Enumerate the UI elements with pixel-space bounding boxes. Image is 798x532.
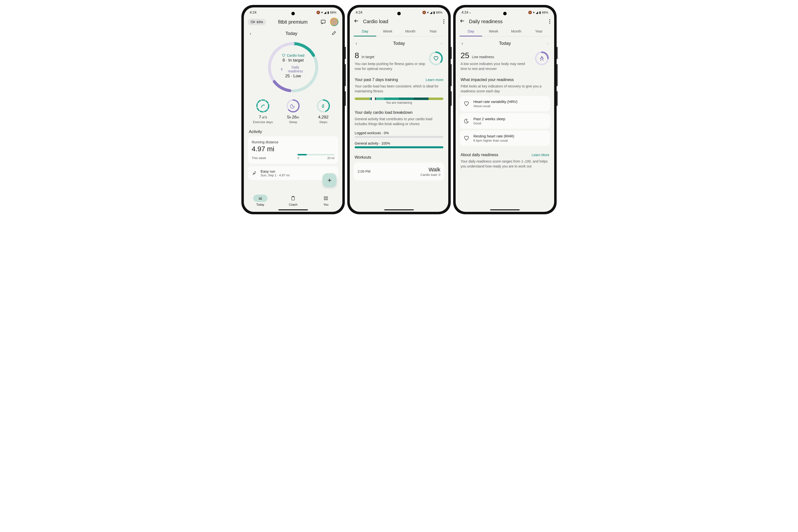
sleep-stat[interactable]: 5h 26m Sleep [278,99,308,124]
gesture-bar[interactable] [490,209,520,210]
tab-year[interactable]: Year [422,26,444,36]
tab-month[interactable]: Month [505,26,528,36]
impact-title: What impacted your readiness [460,78,514,82]
exercise-value: 7 [259,115,261,119]
running-icon [252,170,257,176]
hrv-title: Heart rate variability (HRV) [473,99,517,104]
mute-icon: 🔕 [528,11,532,14]
sleep-m: 26 [292,115,297,119]
signal-icon: ◢ [430,11,432,14]
training-marker-icon [371,97,376,100]
running-value: 4.97 mi [252,145,335,153]
status-bar: 4:24 🔕 ▾ ◢ ▮ 68% [350,7,448,16]
previous-day-button[interactable]: ‹ [461,41,463,46]
arrow-left-icon [354,18,359,24]
breakdown-desc: General activity that contributes to you… [354,116,444,129]
learn-more-link[interactable]: Learn more [425,78,443,82]
steps-stat[interactable]: 4,292 Steps [308,99,338,124]
signal-icon: ◢ [324,11,326,14]
more-button[interactable] [443,19,444,24]
status-battery: 68% [436,11,442,14]
activity-date: Sun, Sep 1 · 4.97 mi [261,173,290,177]
device-battery-badge[interactable]: 83% [248,19,266,25]
previous-day-button[interactable]: ‹ [356,41,357,46]
readiness-icon [280,68,284,71]
add-button[interactable]: + [323,173,337,187]
running-distance-card[interactable]: Running distance 4.97 mi This week 0 20 … [248,136,338,164]
workouts-title: Workouts [355,155,371,159]
heart-icon [464,135,469,141]
gesture-bar[interactable] [384,209,414,210]
tab-week[interactable]: Week [482,26,505,36]
steps-label: Steps [308,120,338,124]
svg-rect-18 [326,196,327,198]
exercise-of: of 5 [261,116,267,119]
general-activity-bar [355,146,443,148]
profile-avatar[interactable] [330,18,338,26]
exercise-ring-icon [256,99,270,113]
svg-rect-0 [251,21,253,23]
about-desc: Your daily readiness score ranges from 1… [460,158,550,171]
nav-today-label: Today [244,203,277,206]
rhr-title: Resting heart rate (RHR) [473,134,514,138]
bottom-nav: Today Coach You [244,192,342,207]
rhr-sub: 6 bpm higher than usual [473,139,514,142]
heart-icon [282,54,285,57]
svg-rect-20 [326,199,327,200]
about-title: About daily readiness [460,153,498,157]
svg-rect-1 [253,21,255,23]
workout-detail: Cardio load: 0 [420,173,440,176]
sleep-m-unit: m [297,116,299,119]
tab-month[interactable]: Month [399,26,422,36]
back-button[interactable] [460,18,465,25]
readiness-value: 25 · Low [280,74,306,79]
exercise-days-stat[interactable]: 7 of 5 Exercise days [248,99,278,124]
more-button[interactable] [549,19,550,24]
svg-rect-19 [324,199,326,200]
wifi-icon: ▾ [321,11,323,14]
readiness-score-desc: A low score indicates your body may need… [460,61,532,71]
tab-day[interactable]: Day [354,26,376,36]
mute-icon: 🔕 [422,11,426,14]
next-day-button[interactable]: › [441,41,442,46]
gesture-bar[interactable] [278,209,308,210]
you-icon [323,196,328,201]
tab-week[interactable]: Week [376,26,399,36]
running-period: This week [252,156,266,160]
hrv-sub: About usual [473,104,517,108]
factor-card-sleep[interactable]: Past 2 weeks sleep Good [460,113,550,129]
main-ring[interactable]: Cardio load 8 · In target Daily readines… [248,39,338,95]
date-label: Today [285,31,297,36]
status-battery: 68% [542,11,548,14]
factor-card-rhr[interactable]: Resting heart rate (RHR) 6 bpm higher th… [460,131,550,146]
workout-time: 2:09 PM [358,169,370,173]
factor-card-hrv[interactable]: Heart rate variability (HRV) About usual [460,96,550,111]
cardio-load-value: 8 · In target [280,58,306,63]
nav-today[interactable]: Today [244,194,277,206]
nav-coach[interactable]: Coach [277,194,309,206]
date-label: Today [393,41,405,46]
back-button[interactable] [354,18,359,25]
training-bar: You are maintaining [354,96,444,106]
nav-you[interactable]: You [309,194,342,206]
svg-point-9 [257,100,269,112]
impact-desc: Fitbit looks at key indicators of recove… [460,83,550,96]
previous-day-button[interactable]: ‹ [250,31,251,36]
messages-button[interactable] [320,18,327,25]
svg-point-14 [255,171,256,172]
coach-icon [291,196,296,201]
edit-button[interactable] [331,31,337,36]
wifi-icon: ▾ [427,11,429,14]
learn-more-link[interactable]: Learn More [532,153,549,157]
next-day-button[interactable]: › [547,41,548,46]
steps-ring-icon [317,99,330,113]
distance-min: 0 [298,156,299,160]
tab-day[interactable]: Day [460,26,482,36]
sleep-label: Sleep [278,120,308,124]
cardio-load-label: Cardio load [287,54,304,57]
tab-year[interactable]: Year [528,26,550,36]
mini-ring-icon [429,51,443,66]
watch-battery-icon [251,20,255,24]
workout-item-walk[interactable]: 2:09 PM Walk Cardio load: 0 [354,163,444,180]
training-caption: You are maintaining [355,101,443,104]
